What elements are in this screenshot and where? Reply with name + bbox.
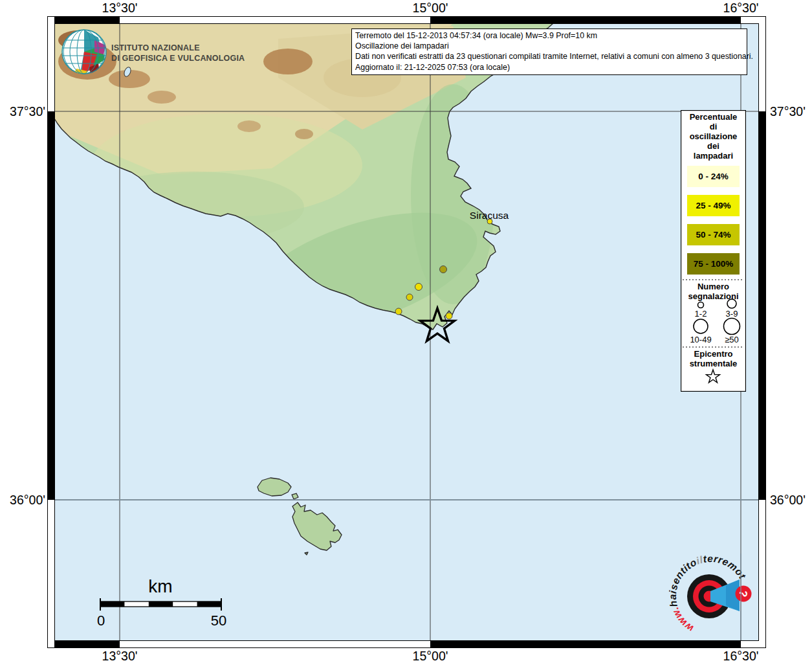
legend-title-line: lampadari [694,151,733,161]
scale-bar-unit-label: km [148,576,172,596]
felt-earthquake-map-page: Siracusa km 0 50 [0,0,812,663]
count-label: 10-49 [690,335,711,344]
legend-title-line: Percentuale [690,112,738,122]
scale-bar-end-label: 50 [211,612,226,629]
axis-label-left-3730: 37°30' [10,104,45,119]
count-label: 3-9 [726,309,738,319]
count-circle-10-49 [694,319,708,333]
axis-label-top-1330: 13°30' [102,1,138,16]
legend-counts-title-line: Numero [697,282,729,291]
earthquake-info-box: Terremoto del 15-12-2013 04:57:34 (ora l… [351,28,747,75]
axis-label-right-3600: 36°00' [770,493,806,508]
count-label: 1-2 [695,309,707,319]
legend-title-line: dei [707,141,719,151]
info-line-event: Terremoto del 15-12-2013 04:57:34 (ora l… [355,30,743,41]
legend-class-label: 0 - 24% [698,172,729,181]
ingv-name-line2: DI GEOFISICA E VULCANOLOGIA [111,54,245,63]
felt-report-marker [446,313,452,319]
axis-label-left-3600: 36°00' [10,493,45,508]
axis-label-bottom-1630: 16°30' [723,649,759,663]
scale-bar-start-label: 0 [97,612,105,629]
axis-label-bottom-1330: 13°30' [102,649,138,663]
count-circle-3-9 [727,299,736,308]
info-line-effect: Oscillazione dei lampadari [355,41,743,51]
legend-class-label: 25 - 49% [696,201,730,210]
info-line-source: Dati non verificati estratti da 23 quest… [355,51,743,62]
info-line-updated: Aggiornato il: 21-12-2025 07:53 (ora loc… [355,62,743,73]
felt-report-marker [440,266,447,273]
axis-label-top-1500: 15°00' [413,1,448,16]
felt-report-marker [415,284,422,291]
axis-label-right-3730: 37°30' [770,104,806,119]
city-label-siracusa: Siracusa [470,210,509,221]
felt-report-marker [395,308,402,315]
legend-epicenter-title-line: Epicentro [694,349,733,359]
legend-class-label: 50 - 74% [696,230,730,240]
legend-title-line: oscillazione [690,131,738,141]
legend-class-label: 75 - 100% [694,259,734,269]
legend: Percentuale di oscillazione dei lampadar… [681,110,746,392]
axis-label-bottom-1500: 15°00' [413,649,448,663]
count-circle-1-2 [698,302,704,308]
ingv-name-line1: ISTITUTO NAZIONALE [111,43,200,52]
felt-report-marker [406,294,413,300]
count-label: ≥50 [725,335,739,344]
legend-title-line: di [710,122,718,131]
legend-epicenter-title-line: strumentale [690,359,738,368]
axis-label-top-1630: 16°30' [723,1,759,16]
count-circle-50 [724,319,740,335]
